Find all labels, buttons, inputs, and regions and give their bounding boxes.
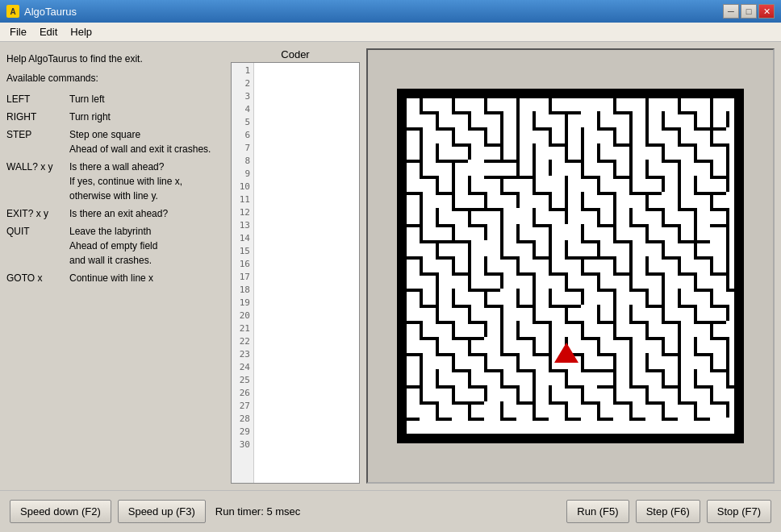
menu-edit[interactable]: Edit <box>33 24 64 39</box>
svg-rect-22 <box>645 95 649 127</box>
menu-bar: File Edit Help <box>0 23 781 42</box>
svg-rect-103 <box>629 176 633 192</box>
svg-rect-149 <box>420 224 423 240</box>
svg-rect-303 <box>452 369 468 372</box>
svg-rect-69 <box>565 143 568 160</box>
svg-rect-266 <box>420 337 436 340</box>
svg-rect-289 <box>597 353 613 356</box>
svg-rect-147 <box>662 224 678 227</box>
svg-rect-315 <box>613 369 616 385</box>
svg-rect-90 <box>710 160 713 176</box>
main-content: Help AlgoTaurus to find the exit. Availa… <box>0 42 781 490</box>
svg-rect-115 <box>420 192 423 224</box>
svg-rect-290 <box>662 353 678 356</box>
svg-rect-21 <box>613 95 616 111</box>
svg-rect-196 <box>549 272 565 276</box>
svg-rect-57 <box>710 127 713 143</box>
svg-rect-137 <box>629 208 633 224</box>
svg-rect-97 <box>436 176 439 192</box>
title-bar: A AlgoTaurus ─ □ ✕ <box>0 0 781 23</box>
svg-rect-131 <box>436 208 439 224</box>
svg-rect-37 <box>629 111 633 143</box>
menu-file[interactable]: File <box>3 24 33 39</box>
svg-rect-184 <box>484 256 487 272</box>
svg-rect-262 <box>613 321 616 337</box>
svg-rect-238 <box>468 305 471 321</box>
svg-rect-61 <box>613 143 629 147</box>
svg-rect-98 <box>468 176 471 192</box>
svg-rect-346 <box>645 401 662 405</box>
speed-up-button[interactable]: Speed up (F3) <box>118 500 206 523</box>
stop-button[interactable]: Stop (F7) <box>707 500 771 523</box>
svg-rect-354 <box>597 401 600 418</box>
svg-rect-35 <box>565 111 568 143</box>
svg-rect-64 <box>710 143 726 147</box>
cmd-left-name: LEFT <box>6 92 63 106</box>
svg-rect-326 <box>597 385 613 389</box>
svg-rect-125 <box>452 208 500 211</box>
svg-rect-111 <box>532 192 549 195</box>
svg-rect-260 <box>549 321 552 353</box>
svg-rect-129 <box>678 208 694 211</box>
svg-rect-314 <box>565 369 568 385</box>
svg-rect-153 <box>549 224 552 256</box>
close-button[interactable]: ✕ <box>758 4 775 19</box>
svg-rect-140 <box>726 208 729 224</box>
app-icon: A <box>6 5 19 18</box>
svg-rect-96 <box>710 176 726 179</box>
svg-rect-270 <box>613 337 629 340</box>
timer-display: Run timer: 5 msec <box>215 505 300 517</box>
svg-rect-86 <box>581 160 584 176</box>
minimize-button[interactable]: ─ <box>723 4 739 19</box>
svg-rect-34 <box>532 111 536 127</box>
code-textarea[interactable] <box>254 63 359 483</box>
svg-rect-162 <box>613 240 629 243</box>
svg-rect-189 <box>645 256 649 272</box>
svg-rect-38 <box>662 111 665 127</box>
svg-rect-353 <box>565 401 568 418</box>
menu-help[interactable]: Help <box>64 24 98 39</box>
svg-rect-171 <box>629 240 633 272</box>
svg-rect-168 <box>532 240 536 256</box>
window-title: AlgoTaurus <box>24 6 723 18</box>
svg-rect-181 <box>694 256 710 260</box>
svg-rect-294 <box>484 353 487 369</box>
svg-rect-152 <box>516 224 520 240</box>
svg-rect-359 <box>403 418 420 421</box>
svg-rect-167 <box>500 240 503 256</box>
svg-rect-256 <box>420 321 423 337</box>
svg-rect-58 <box>452 143 468 147</box>
svg-rect-45 <box>597 127 613 131</box>
maximize-button[interactable]: □ <box>741 4 757 19</box>
svg-rect-99 <box>500 176 503 192</box>
svg-rect-123 <box>678 192 681 208</box>
svg-rect-363 <box>532 418 549 421</box>
cmd-wall: WALL? x y Is there a wall ahead?If yes, … <box>6 160 224 203</box>
svg-rect-190 <box>678 256 681 272</box>
svg-rect-259 <box>516 321 520 337</box>
svg-rect-183 <box>452 256 455 272</box>
cmd-quit: QUIT Leave the labyrinthAhead of empty f… <box>6 224 224 268</box>
speed-down-button[interactable]: Speed down (F2) <box>10 500 111 523</box>
svg-rect-32 <box>468 111 471 127</box>
svg-rect-155 <box>613 224 616 240</box>
svg-rect-356 <box>662 401 665 418</box>
svg-rect-179 <box>565 256 613 260</box>
svg-rect-93 <box>581 176 597 179</box>
svg-rect-163 <box>645 240 662 243</box>
svg-rect-160 <box>516 240 532 243</box>
svg-rect-228 <box>710 289 713 305</box>
svg-rect-187 <box>581 256 584 272</box>
svg-rect-117 <box>484 192 487 208</box>
svg-rect-222 <box>516 289 520 305</box>
run-button[interactable]: Run (F5) <box>566 500 629 523</box>
svg-rect-216 <box>629 289 645 292</box>
svg-rect-186 <box>549 256 552 272</box>
svg-rect-19 <box>516 95 520 127</box>
svg-rect-269 <box>581 337 597 340</box>
svg-rect-110 <box>500 192 516 195</box>
step-button[interactable]: Step (F6) <box>636 500 700 523</box>
svg-rect-245 <box>694 305 697 321</box>
svg-rect-175 <box>403 256 420 260</box>
svg-rect-249 <box>468 321 484 324</box>
